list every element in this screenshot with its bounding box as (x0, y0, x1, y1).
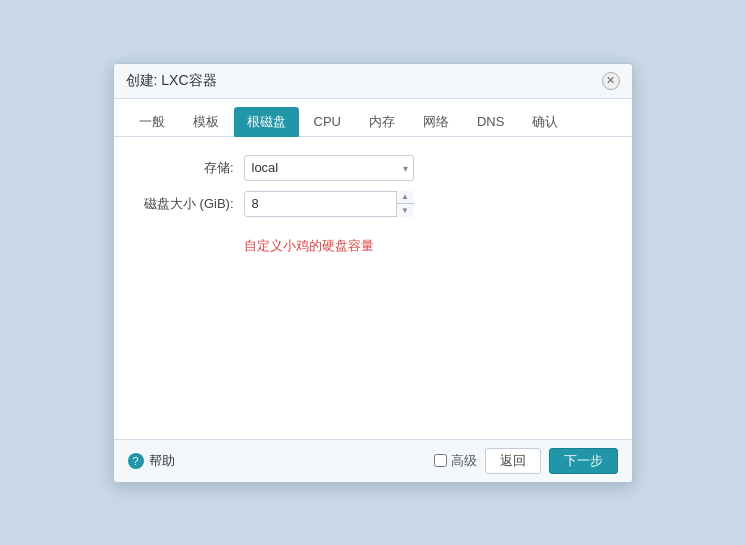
disk-size-label: 磁盘大小 (GiB): (134, 195, 244, 213)
tab-dns[interactable]: DNS (464, 108, 517, 135)
tab-memory[interactable]: 内存 (356, 107, 408, 137)
storage-select[interactable]: local local-lvm nfs (244, 155, 414, 181)
help-icon[interactable]: ? (128, 453, 144, 469)
tab-bar: 一般 模板 根磁盘 CPU 内存 网络 DNS 确认 (114, 99, 632, 137)
advanced-checkbox[interactable] (434, 454, 447, 467)
dialog-body: 存储: local local-lvm nfs ▾ 磁盘大小 (GiB): ▲ … (114, 137, 632, 439)
dialog-title: 创建: LXC容器 (126, 72, 217, 90)
disk-size-spinbox-wrap: ▲ ▼ (244, 191, 414, 217)
close-icon: ✕ (606, 74, 615, 87)
next-button[interactable]: 下一步 (549, 448, 618, 474)
footer-right: 高级 返回 下一步 (434, 448, 618, 474)
help-label: 帮助 (149, 452, 175, 470)
tab-rootdisk[interactable]: 根磁盘 (234, 107, 299, 137)
dialog-header: 创建: LXC容器 ✕ (114, 64, 632, 99)
spinbox-arrows: ▲ ▼ (396, 191, 414, 217)
close-button[interactable]: ✕ (602, 72, 620, 90)
storage-label: 存储: (134, 159, 244, 177)
back-button[interactable]: 返回 (485, 448, 541, 474)
advanced-label: 高级 (451, 452, 477, 470)
create-lxc-dialog: 创建: LXC容器 ✕ 一般 模板 根磁盘 CPU 内存 网络 DNS 确认 (113, 63, 633, 483)
storage-select-wrap: local local-lvm nfs ▾ (244, 155, 414, 181)
tab-cpu[interactable]: CPU (301, 108, 354, 135)
dialog-footer: ? 帮助 高级 返回 下一步 (114, 439, 632, 482)
tab-confirm[interactable]: 确认 (519, 107, 571, 137)
storage-row: 存储: local local-lvm nfs ▾ (134, 155, 612, 181)
spinbox-up-arrow[interactable]: ▲ (397, 191, 414, 205)
footer-left: ? 帮助 (128, 452, 175, 470)
spinbox-down-arrow[interactable]: ▼ (397, 204, 414, 217)
tab-network[interactable]: 网络 (410, 107, 462, 137)
tab-template[interactable]: 模板 (180, 107, 232, 137)
tab-general[interactable]: 一般 (126, 107, 178, 137)
hint-text: 自定义小鸡的硬盘容量 (134, 237, 612, 255)
advanced-check-wrap: 高级 (434, 452, 477, 470)
disk-size-row: 磁盘大小 (GiB): ▲ ▼ (134, 191, 612, 217)
disk-size-input[interactable] (244, 191, 414, 217)
